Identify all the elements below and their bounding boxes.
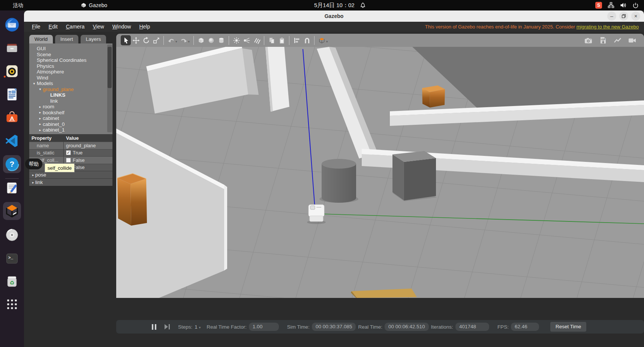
reset-time-button[interactable]: Reset Time <box>550 322 586 332</box>
tree-item-cabinet-0[interactable]: ▸cabinet_0 <box>29 121 112 127</box>
fps-value[interactable]: 62.46 <box>511 323 539 331</box>
tree-item-spherical-coordinates[interactable]: Spherical Coordinates <box>29 57 112 63</box>
collapse-arrow-icon[interactable]: ▸ <box>37 111 43 114</box>
dock-text-editor[interactable] <box>3 179 21 197</box>
system-tray[interactable]: S <box>595 0 639 10</box>
redo-button[interactable] <box>179 35 189 45</box>
rotate-tool[interactable] <box>141 35 151 45</box>
tree-scrollbar[interactable] <box>107 45 112 132</box>
iterations-value[interactable]: 401748 <box>455 323 489 331</box>
viewport-3d-scene[interactable] <box>116 47 644 298</box>
dock-thunderbird[interactable] <box>3 16 21 34</box>
plot-button[interactable] <box>613 35 623 45</box>
tree-item-link[interactable]: link <box>29 98 112 104</box>
directional-light-button[interactable] <box>252 35 262 45</box>
video-record-button[interactable] <box>627 35 637 45</box>
property-row-link[interactable]: ▸ link <box>29 178 112 186</box>
real-time-value[interactable]: 00 00:06:42.510 <box>385 323 429 331</box>
collapse-arrow-icon[interactable]: ▸ <box>37 117 43 120</box>
redo-dropdown-caret[interactable]: ▾ <box>188 40 190 43</box>
tab-world[interactable]: World <box>29 35 53 43</box>
property-row-name[interactable]: name ground_plane <box>29 142 112 149</box>
tree-item-models[interactable]: ▾Models <box>29 81 112 87</box>
wooden-cabinet[interactable] <box>117 174 147 226</box>
tree-item-scene[interactable]: Scene <box>29 52 112 58</box>
collapse-arrow-icon[interactable]: ▸ <box>29 181 35 184</box>
insert-sphere-button[interactable] <box>206 35 216 45</box>
property-row-is-static[interactable]: is_static ✓True <box>29 149 112 157</box>
sim-time-value[interactable]: 00 00:30:37.085 <box>312 323 356 331</box>
copy-button[interactable] <box>267 35 277 45</box>
tree-item-atmosphere[interactable]: Atmosphere <box>29 69 112 75</box>
tree-item-cabinet[interactable]: ▸cabinet <box>29 115 112 121</box>
close-button[interactable]: × <box>631 12 640 21</box>
undo-button[interactable] <box>166 35 176 45</box>
menu-view[interactable]: View <box>89 22 108 32</box>
checkbox-unchecked[interactable] <box>66 158 71 163</box>
collapse-arrow-icon[interactable]: ▸ <box>29 173 35 177</box>
point-light-button[interactable] <box>231 35 241 45</box>
restore-button[interactable] <box>619 12 628 21</box>
dock-vscode[interactable] <box>3 132 21 150</box>
dock-rhythmbox[interactable] <box>3 62 21 80</box>
expand-arrow-icon[interactable]: ▾ <box>31 82 37 85</box>
dock-help[interactable]: ? <box>3 155 21 173</box>
menu-window[interactable]: Window <box>108 22 135 32</box>
dock-trash[interactable]: ♻ <box>3 273 21 291</box>
tree-item-room[interactable]: ▸room <box>29 104 112 110</box>
robot-model[interactable] <box>307 205 326 224</box>
tree-item-wind[interactable]: Wind <box>29 75 112 81</box>
steps-value[interactable]: 1 <box>195 324 198 330</box>
view-angle-caret[interactable]: ▾ <box>326 40 328 43</box>
activities-button[interactable]: 活动 <box>10 0 26 10</box>
spot-light-button[interactable] <box>241 35 252 45</box>
menu-help[interactable]: Help <box>135 22 154 32</box>
dock-app-grid[interactable] <box>3 295 21 313</box>
gray-box-object[interactable] <box>392 151 437 201</box>
tree-item-ground-plane[interactable]: ▾ground_plane <box>29 87 112 93</box>
focused-app-indicator[interactable]: Gazebo <box>81 0 107 10</box>
input-method-icon[interactable]: S <box>595 2 602 9</box>
insert-box-button[interactable] <box>196 35 206 45</box>
cylinder-object[interactable] <box>319 159 358 203</box>
scrollbar-thumb[interactable] <box>108 47 112 88</box>
dock-files[interactable] <box>3 39 21 57</box>
undo-dropdown-caret[interactable]: ▾ <box>175 40 177 43</box>
dock-libreoffice-writer[interactable] <box>3 85 21 103</box>
rtf-value[interactable]: 1.00 <box>249 323 279 331</box>
dock-gazebo[interactable] <box>3 202 21 220</box>
window-titlebar[interactable]: Gazebo – × <box>24 10 644 22</box>
tree-item-physics[interactable]: Physics <box>29 63 112 69</box>
dock-cd-player[interactable] <box>3 226 21 244</box>
collapse-arrow-icon[interactable]: ▸ <box>37 128 43 132</box>
menu-edit[interactable]: Edit <box>45 22 62 32</box>
dock-ubuntu-software[interactable]: A <box>3 109 21 127</box>
collapse-arrow-icon[interactable]: ▸ <box>37 105 43 109</box>
scale-tool[interactable] <box>151 35 161 45</box>
menu-camera[interactable]: Camera <box>62 22 89 32</box>
tree-item-bookshelf[interactable]: ▸bookshelf <box>29 110 112 116</box>
clock-menu[interactable]: 5月14日 10：02 <box>314 0 366 10</box>
eol-migration-link[interactable]: migrating to the new Gazebo <box>577 24 639 30</box>
minimize-button[interactable]: – <box>607 12 616 21</box>
expand-arrow-icon[interactable]: ▾ <box>37 87 43 91</box>
align-tool[interactable] <box>292 35 302 45</box>
checkbox-checked[interactable]: ✓ <box>66 150 71 155</box>
insert-cylinder-button[interactable] <box>216 35 226 45</box>
tree-item-cabinet-1[interactable]: ▸cabinet_1 <box>29 127 112 133</box>
paste-button[interactable] <box>277 35 287 45</box>
snap-tool[interactable] <box>302 35 312 45</box>
tab-insert[interactable]: Insert <box>55 35 78 43</box>
tree-item-gui[interactable]: GUI <box>29 46 112 52</box>
menu-file[interactable]: File <box>28 22 45 32</box>
tab-layers[interactable]: Layers <box>81 35 106 43</box>
view-angle-button[interactable] <box>317 35 327 45</box>
translate-tool[interactable] <box>131 35 141 45</box>
dock-terminal[interactable]: >_ <box>3 250 21 268</box>
log-record-button[interactable]: LOG <box>598 35 608 45</box>
pause-button[interactable] <box>152 324 156 330</box>
wooden-box-far[interactable] <box>422 85 445 108</box>
collapse-arrow-icon[interactable]: ▸ <box>37 122 43 126</box>
select-tool[interactable] <box>121 35 131 45</box>
step-button[interactable] <box>165 324 170 329</box>
